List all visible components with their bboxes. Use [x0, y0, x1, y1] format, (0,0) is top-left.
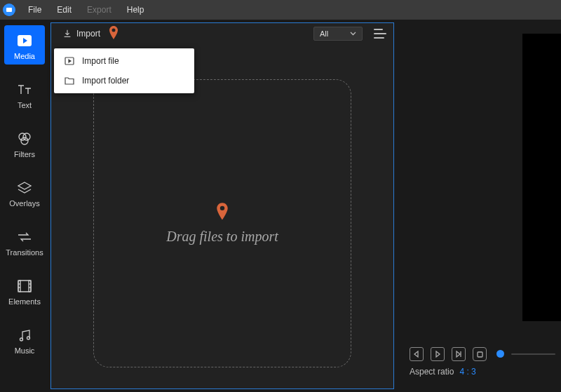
- aspect-value[interactable]: 4 : 3: [459, 367, 475, 377]
- playhead[interactable]: [496, 350, 504, 358]
- preview-video: [522, 34, 561, 321]
- timeline-slider[interactable]: [511, 353, 555, 355]
- sidebar-item-overlays[interactable]: Overlays: [4, 173, 45, 212]
- play-icon: [16, 32, 33, 49]
- stop-button[interactable]: [473, 347, 487, 361]
- sidebar-label: Filters: [14, 150, 35, 158]
- step-back-button[interactable]: [410, 347, 424, 361]
- preview-area: [397, 20, 561, 343]
- dropzone[interactable]: Drag files to import: [93, 79, 351, 367]
- import-file-icon: [64, 55, 75, 67]
- filter-dropdown[interactable]: All: [313, 27, 363, 41]
- menu-help[interactable]: Help: [120, 5, 151, 15]
- import-dropdown: Import file Import folder: [54, 48, 194, 93]
- text-icon: [16, 81, 33, 98]
- svg-point-3: [19, 133, 26, 140]
- sidebar: Media Text Filters Overlays Transitions: [0, 20, 49, 392]
- list-view-icon[interactable]: [374, 29, 386, 39]
- sidebar-item-music[interactable]: Music: [4, 320, 45, 359]
- sidebar-label: Transitions: [6, 248, 43, 257]
- sidebar-item-filters[interactable]: Filters: [4, 123, 45, 163]
- svg-marker-19: [436, 351, 440, 357]
- import-folder-item[interactable]: Import folder: [54, 71, 194, 90]
- import-label: Import: [76, 29, 100, 39]
- menu-edit[interactable]: Edit: [50, 5, 79, 15]
- pin-icon: [216, 203, 229, 223]
- import-file-item[interactable]: Import file: [54, 51, 194, 71]
- sidebar-label: Text: [18, 101, 32, 109]
- import-button[interactable]: Import: [58, 26, 104, 41]
- transitions-icon: [16, 229, 33, 245]
- sidebar-label: Media: [14, 52, 35, 60]
- import-folder-icon: [64, 75, 75, 86]
- filters-icon: [16, 130, 33, 147]
- menubar: File Edit Export Help: [0, 0, 561, 20]
- svg-rect-9: [29, 281, 31, 292]
- sidebar-item-media[interactable]: Media: [4, 25, 45, 65]
- elements-icon: [16, 278, 33, 295]
- svg-point-15: [27, 337, 30, 339]
- menu-export: Export: [80, 5, 119, 15]
- dd-label: Import folder: [82, 76, 129, 86]
- svg-point-14: [20, 338, 23, 341]
- dropzone-text: Drag files to import: [166, 229, 278, 245]
- svg-marker-18: [414, 351, 418, 357]
- svg-rect-0: [6, 8, 12, 12]
- preview-panel: Aspect ratio 4 : 3: [397, 20, 561, 392]
- chevron-down-icon: [350, 32, 356, 36]
- step-forward-button[interactable]: [452, 347, 466, 361]
- overlays-icon: [16, 180, 33, 196]
- pin-icon: [109, 26, 119, 42]
- sidebar-item-text[interactable]: Text: [4, 74, 45, 114]
- svg-marker-6: [18, 182, 31, 189]
- aspect-label: Aspect ratio: [410, 367, 454, 377]
- svg-marker-17: [69, 60, 71, 62]
- svg-point-5: [21, 137, 28, 144]
- sidebar-item-elements[interactable]: Elements: [4, 271, 45, 310]
- svg-rect-8: [18, 281, 20, 292]
- svg-marker-20: [457, 351, 460, 357]
- sidebar-label: Music: [15, 346, 35, 355]
- sidebar-label: Overlays: [9, 199, 39, 208]
- svg-point-4: [23, 133, 30, 140]
- music-icon: [16, 327, 33, 344]
- play-button[interactable]: [431, 347, 445, 361]
- media-panel: Import All Import file: [50, 22, 394, 389]
- import-icon: [62, 29, 72, 39]
- sidebar-item-transitions[interactable]: Transitions: [4, 222, 45, 261]
- menu-file[interactable]: File: [21, 5, 48, 15]
- sidebar-label: Elements: [8, 297, 41, 306]
- dd-label: Import file: [82, 56, 119, 66]
- filter-selected: All: [320, 29, 328, 38]
- app-logo: [3, 4, 15, 16]
- svg-rect-22: [478, 352, 482, 357]
